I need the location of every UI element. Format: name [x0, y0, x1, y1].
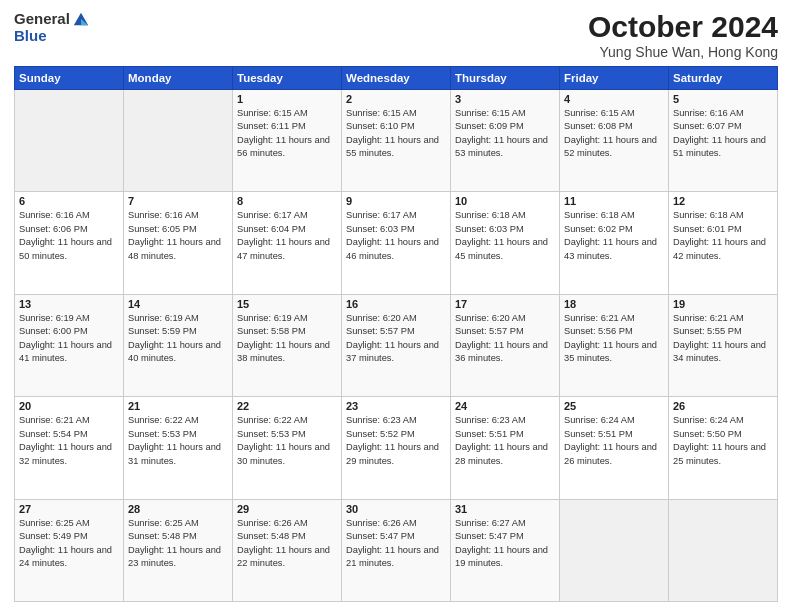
day-info: Sunrise: 6:18 AMSunset: 6:01 PMDaylight:…	[673, 209, 773, 263]
calendar-cell: 17Sunrise: 6:20 AMSunset: 5:57 PMDayligh…	[451, 294, 560, 396]
day-number: 31	[455, 503, 555, 515]
calendar-cell: 12Sunrise: 6:18 AMSunset: 6:01 PMDayligh…	[669, 192, 778, 294]
calendar-table: SundayMondayTuesdayWednesdayThursdayFrid…	[14, 66, 778, 602]
weekday-header-row: SundayMondayTuesdayWednesdayThursdayFrid…	[15, 67, 778, 90]
calendar-cell: 3Sunrise: 6:15 AMSunset: 6:09 PMDaylight…	[451, 90, 560, 192]
calendar-cell: 2Sunrise: 6:15 AMSunset: 6:10 PMDaylight…	[342, 90, 451, 192]
day-info: Sunrise: 6:23 AMSunset: 5:52 PMDaylight:…	[346, 414, 446, 468]
day-number: 12	[673, 195, 773, 207]
day-info: Sunrise: 6:23 AMSunset: 5:51 PMDaylight:…	[455, 414, 555, 468]
day-number: 21	[128, 400, 228, 412]
day-info: Sunrise: 6:24 AMSunset: 5:51 PMDaylight:…	[564, 414, 664, 468]
calendar-cell: 24Sunrise: 6:23 AMSunset: 5:51 PMDayligh…	[451, 397, 560, 499]
day-info: Sunrise: 6:20 AMSunset: 5:57 PMDaylight:…	[346, 312, 446, 366]
day-info: Sunrise: 6:21 AMSunset: 5:56 PMDaylight:…	[564, 312, 664, 366]
week-row-1: 1Sunrise: 6:15 AMSunset: 6:11 PMDaylight…	[15, 90, 778, 192]
day-number: 9	[346, 195, 446, 207]
calendar-cell: 29Sunrise: 6:26 AMSunset: 5:48 PMDayligh…	[233, 499, 342, 601]
day-number: 15	[237, 298, 337, 310]
calendar-cell: 7Sunrise: 6:16 AMSunset: 6:05 PMDaylight…	[124, 192, 233, 294]
calendar-cell: 8Sunrise: 6:17 AMSunset: 6:04 PMDaylight…	[233, 192, 342, 294]
day-number: 28	[128, 503, 228, 515]
weekday-header-thursday: Thursday	[451, 67, 560, 90]
day-number: 30	[346, 503, 446, 515]
day-info: Sunrise: 6:19 AMSunset: 5:59 PMDaylight:…	[128, 312, 228, 366]
day-number: 25	[564, 400, 664, 412]
day-info: Sunrise: 6:15 AMSunset: 6:08 PMDaylight:…	[564, 107, 664, 161]
header: General Blue October 2024 Yung Shue Wan,…	[14, 10, 778, 60]
day-info: Sunrise: 6:22 AMSunset: 5:53 PMDaylight:…	[237, 414, 337, 468]
calendar-cell: 20Sunrise: 6:21 AMSunset: 5:54 PMDayligh…	[15, 397, 124, 499]
logo-general: General	[14, 11, 70, 28]
weekday-header-sunday: Sunday	[15, 67, 124, 90]
day-info: Sunrise: 6:24 AMSunset: 5:50 PMDaylight:…	[673, 414, 773, 468]
day-number: 26	[673, 400, 773, 412]
day-number: 13	[19, 298, 119, 310]
day-number: 1	[237, 93, 337, 105]
day-info: Sunrise: 6:18 AMSunset: 6:02 PMDaylight:…	[564, 209, 664, 263]
day-number: 11	[564, 195, 664, 207]
title-area: October 2024 Yung Shue Wan, Hong Kong	[588, 10, 778, 60]
calendar-cell	[669, 499, 778, 601]
day-info: Sunrise: 6:17 AMSunset: 6:04 PMDaylight:…	[237, 209, 337, 263]
day-info: Sunrise: 6:26 AMSunset: 5:47 PMDaylight:…	[346, 517, 446, 571]
calendar-cell: 13Sunrise: 6:19 AMSunset: 6:00 PMDayligh…	[15, 294, 124, 396]
weekday-header-friday: Friday	[560, 67, 669, 90]
calendar-cell: 11Sunrise: 6:18 AMSunset: 6:02 PMDayligh…	[560, 192, 669, 294]
day-number: 10	[455, 195, 555, 207]
day-info: Sunrise: 6:25 AMSunset: 5:49 PMDaylight:…	[19, 517, 119, 571]
day-info: Sunrise: 6:21 AMSunset: 5:55 PMDaylight:…	[673, 312, 773, 366]
day-info: Sunrise: 6:25 AMSunset: 5:48 PMDaylight:…	[128, 517, 228, 571]
day-number: 14	[128, 298, 228, 310]
day-number: 4	[564, 93, 664, 105]
calendar-cell	[15, 90, 124, 192]
calendar-cell: 5Sunrise: 6:16 AMSunset: 6:07 PMDaylight…	[669, 90, 778, 192]
day-number: 7	[128, 195, 228, 207]
day-number: 17	[455, 298, 555, 310]
day-info: Sunrise: 6:15 AMSunset: 6:09 PMDaylight:…	[455, 107, 555, 161]
day-info: Sunrise: 6:16 AMSunset: 6:07 PMDaylight:…	[673, 107, 773, 161]
calendar-cell: 27Sunrise: 6:25 AMSunset: 5:49 PMDayligh…	[15, 499, 124, 601]
day-number: 23	[346, 400, 446, 412]
weekday-header-tuesday: Tuesday	[233, 67, 342, 90]
day-info: Sunrise: 6:15 AMSunset: 6:11 PMDaylight:…	[237, 107, 337, 161]
calendar-location: Yung Shue Wan, Hong Kong	[588, 44, 778, 60]
day-number: 18	[564, 298, 664, 310]
calendar-cell: 22Sunrise: 6:22 AMSunset: 5:53 PMDayligh…	[233, 397, 342, 499]
calendar-cell: 31Sunrise: 6:27 AMSunset: 5:47 PMDayligh…	[451, 499, 560, 601]
day-number: 5	[673, 93, 773, 105]
week-row-5: 27Sunrise: 6:25 AMSunset: 5:49 PMDayligh…	[15, 499, 778, 601]
weekday-header-wednesday: Wednesday	[342, 67, 451, 90]
day-info: Sunrise: 6:26 AMSunset: 5:48 PMDaylight:…	[237, 517, 337, 571]
day-number: 29	[237, 503, 337, 515]
calendar-cell: 10Sunrise: 6:18 AMSunset: 6:03 PMDayligh…	[451, 192, 560, 294]
calendar-cell: 26Sunrise: 6:24 AMSunset: 5:50 PMDayligh…	[669, 397, 778, 499]
calendar-cell: 23Sunrise: 6:23 AMSunset: 5:52 PMDayligh…	[342, 397, 451, 499]
day-number: 27	[19, 503, 119, 515]
day-info: Sunrise: 6:16 AMSunset: 6:06 PMDaylight:…	[19, 209, 119, 263]
day-info: Sunrise: 6:19 AMSunset: 6:00 PMDaylight:…	[19, 312, 119, 366]
week-row-4: 20Sunrise: 6:21 AMSunset: 5:54 PMDayligh…	[15, 397, 778, 499]
day-number: 19	[673, 298, 773, 310]
day-number: 20	[19, 400, 119, 412]
calendar-cell: 4Sunrise: 6:15 AMSunset: 6:08 PMDaylight…	[560, 90, 669, 192]
logo-icon	[72, 10, 90, 28]
day-info: Sunrise: 6:20 AMSunset: 5:57 PMDaylight:…	[455, 312, 555, 366]
day-number: 6	[19, 195, 119, 207]
calendar-cell: 21Sunrise: 6:22 AMSunset: 5:53 PMDayligh…	[124, 397, 233, 499]
calendar-cell: 9Sunrise: 6:17 AMSunset: 6:03 PMDaylight…	[342, 192, 451, 294]
calendar-cell	[124, 90, 233, 192]
calendar-cell: 1Sunrise: 6:15 AMSunset: 6:11 PMDaylight…	[233, 90, 342, 192]
week-row-3: 13Sunrise: 6:19 AMSunset: 6:00 PMDayligh…	[15, 294, 778, 396]
day-number: 16	[346, 298, 446, 310]
page: General Blue October 2024 Yung Shue Wan,…	[0, 0, 792, 612]
calendar-cell	[560, 499, 669, 601]
day-info: Sunrise: 6:21 AMSunset: 5:54 PMDaylight:…	[19, 414, 119, 468]
day-info: Sunrise: 6:19 AMSunset: 5:58 PMDaylight:…	[237, 312, 337, 366]
day-info: Sunrise: 6:15 AMSunset: 6:10 PMDaylight:…	[346, 107, 446, 161]
calendar-title: October 2024	[588, 10, 778, 43]
calendar-cell: 18Sunrise: 6:21 AMSunset: 5:56 PMDayligh…	[560, 294, 669, 396]
day-info: Sunrise: 6:27 AMSunset: 5:47 PMDaylight:…	[455, 517, 555, 571]
calendar-cell: 28Sunrise: 6:25 AMSunset: 5:48 PMDayligh…	[124, 499, 233, 601]
calendar-cell: 15Sunrise: 6:19 AMSunset: 5:58 PMDayligh…	[233, 294, 342, 396]
